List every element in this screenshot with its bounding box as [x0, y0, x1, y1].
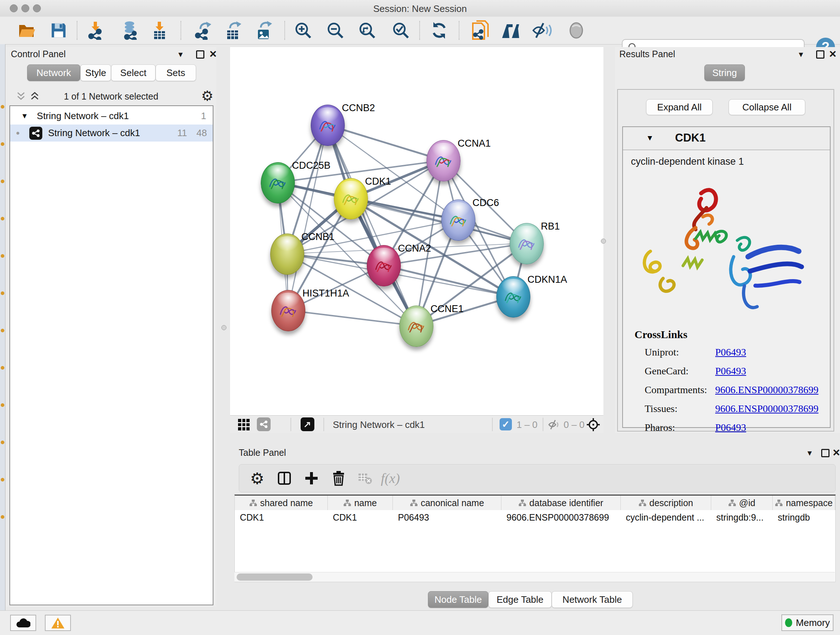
zoom-selected-icon — [392, 21, 410, 40]
create-column-plus-icon[interactable] — [301, 467, 322, 489]
save-session-button[interactable] — [49, 20, 69, 41]
import-network-file-button[interactable] — [86, 20, 106, 41]
export-network-button[interactable] — [193, 20, 213, 41]
table-cell[interactable]: 9606.ENSP00000378699 — [501, 510, 621, 524]
fit-selected-crosshair-icon[interactable] — [586, 417, 600, 432]
collection-expand-arrow-icon[interactable]: ▼ — [21, 112, 28, 120]
gene-description: cyclin-dependent kinase 1 — [631, 156, 744, 167]
panel-float-icon[interactable] — [821, 449, 829, 457]
zoom-in-button[interactable] — [293, 20, 313, 41]
panel-menu-caret-icon[interactable]: ▾ — [178, 50, 183, 59]
background-dot-icon — [1, 254, 4, 258]
tab-string[interactable]: String — [704, 65, 745, 81]
tab-style[interactable]: Style — [80, 65, 111, 81]
hide-selected-button[interactable] — [532, 20, 553, 41]
panel-close-icon[interactable]: × — [829, 48, 836, 60]
table-cell[interactable]: CDK1 — [235, 510, 328, 524]
crosslink-link[interactable]: P06493 — [715, 365, 746, 377]
warnings-button[interactable] — [45, 615, 71, 631]
panel-close-icon[interactable]: × — [833, 446, 840, 458]
panel-menu-caret-icon[interactable]: ▾ — [799, 50, 803, 59]
table-cell[interactable]: cyclin-dependent ... — [621, 510, 711, 524]
column-header-label: database identifier — [529, 498, 603, 508]
clone-network-button[interactable] — [470, 20, 490, 41]
protein-ribbon-thumbnail — [432, 150, 455, 173]
panel-float-icon[interactable] — [816, 50, 824, 59]
table-settings-gear-icon[interactable]: ⚙ — [246, 467, 268, 489]
node-CCNA1[interactable] — [426, 140, 461, 181]
birdseye-view-icon[interactable] — [257, 417, 271, 431]
table-cell[interactable]: stringdb — [773, 510, 835, 524]
column-header-description[interactable]: description — [621, 496, 711, 510]
string-results-container: Expand All Collapse All ▼ CDK1 cyclin-de… — [617, 89, 834, 432]
crosslink-link[interactable]: P06493 — [715, 347, 746, 358]
node-CDC25B[interactable] — [261, 162, 295, 203]
memory-button[interactable]: Memory — [782, 614, 834, 631]
protein-ribbon-thumbnail — [502, 286, 525, 309]
show-all-button[interactable] — [566, 20, 586, 41]
collapse-section-arrow-icon[interactable]: ▼ — [646, 134, 654, 142]
collapse-all-button[interactable]: Collapse All — [729, 99, 805, 115]
crosslink-link[interactable]: 9606.ENSP00000378699 — [715, 403, 818, 415]
gene-card-header[interactable]: ▼ CDK1 — [623, 127, 830, 150]
node-CCNB1[interactable] — [270, 233, 304, 275]
column-header-database-identifier[interactable]: database identifier — [501, 496, 621, 510]
import-network-database-button[interactable] — [121, 20, 141, 41]
node-CCNB2[interactable] — [311, 105, 345, 146]
node-CDC6[interactable] — [441, 200, 475, 241]
tab-network[interactable]: Network — [27, 65, 80, 81]
scrollbar-thumb[interactable] — [237, 573, 313, 581]
background-dot-icon — [1, 440, 4, 444]
detach-view-icon[interactable] — [301, 417, 314, 431]
node-CCNA2[interactable] — [367, 245, 401, 287]
column-header-shared-name[interactable]: shared name — [235, 496, 328, 510]
network-row[interactable]: ● String Network – cdk1 11 48 — [10, 125, 213, 141]
zoom-out-button[interactable] — [325, 20, 346, 41]
splitter-handle[interactable] — [601, 239, 606, 244]
node-CDK1[interactable] — [334, 178, 368, 219]
expand-all-button[interactable]: Expand All — [646, 99, 713, 115]
delete-column-trash-icon[interactable] — [328, 467, 349, 489]
crosslink-label: Pharos: — [645, 422, 675, 433]
crosslink-link[interactable]: 9606.ENSP00000378699 — [715, 384, 818, 396]
network-canvas[interactable]: CCNB2CCNA1CDC25BCDK1CDC6RB1CCNB1CCNA2CDK… — [230, 47, 603, 415]
crosslink-link[interactable]: P06493 — [715, 422, 746, 433]
cloud-status-button[interactable] — [10, 615, 36, 631]
network-options-gear-icon[interactable]: ⚙ — [201, 88, 213, 104]
network-collection-row[interactable]: ▼ String Network – cdk1 1 — [10, 108, 213, 125]
panel-menu-caret-icon[interactable]: ▾ — [807, 448, 812, 457]
background-window-strip — [0, 44, 5, 610]
show-columns-icon[interactable] — [273, 467, 295, 489]
table-cell[interactable]: P06493 — [393, 510, 501, 524]
node-CCNE1[interactable] — [399, 306, 433, 347]
node-CDKN1A[interactable] — [496, 276, 531, 318]
table-cell[interactable]: CDK1 — [328, 510, 393, 524]
tab-edge-table[interactable]: Edge Table — [488, 591, 552, 608]
column-header-name[interactable]: name — [328, 496, 393, 510]
tab-select[interactable]: Select — [111, 65, 156, 81]
zoom-fit-button[interactable] — [357, 20, 377, 41]
column-header-canonical-name[interactable]: canonical name — [393, 496, 501, 510]
panel-float-icon[interactable] — [196, 50, 204, 59]
panel-close-icon[interactable]: × — [210, 48, 217, 60]
tab-node-table[interactable]: Node Table — [428, 591, 488, 608]
column-header--id[interactable]: @id — [711, 496, 773, 510]
tab-network-table[interactable]: Network Table — [552, 591, 633, 608]
apply-layout-button[interactable] — [429, 20, 449, 41]
node-RB1[interactable] — [510, 223, 544, 264]
first-neighbors-button[interactable] — [501, 20, 521, 41]
tab-sets[interactable]: Sets — [156, 65, 196, 81]
export-image-button[interactable] — [254, 20, 275, 41]
selection-checkbox-icon[interactable]: ✓ — [500, 418, 512, 431]
export-table-button[interactable] — [224, 20, 244, 41]
import-table-file-button[interactable] — [149, 20, 169, 41]
column-header-namespace[interactable]: namespace — [773, 496, 835, 510]
zoom-selected-button[interactable] — [391, 20, 411, 41]
splitter-handle[interactable] — [221, 325, 226, 330]
table-cell[interactable]: stringdb:9... — [711, 510, 773, 524]
open-session-button[interactable] — [16, 20, 36, 41]
table-horizontal-scrollbar[interactable] — [234, 572, 835, 582]
node-HIST1H1A[interactable] — [271, 290, 305, 331]
function-builder-icon: f(x) — [379, 467, 401, 489]
grid-view-icon[interactable] — [238, 419, 249, 431]
